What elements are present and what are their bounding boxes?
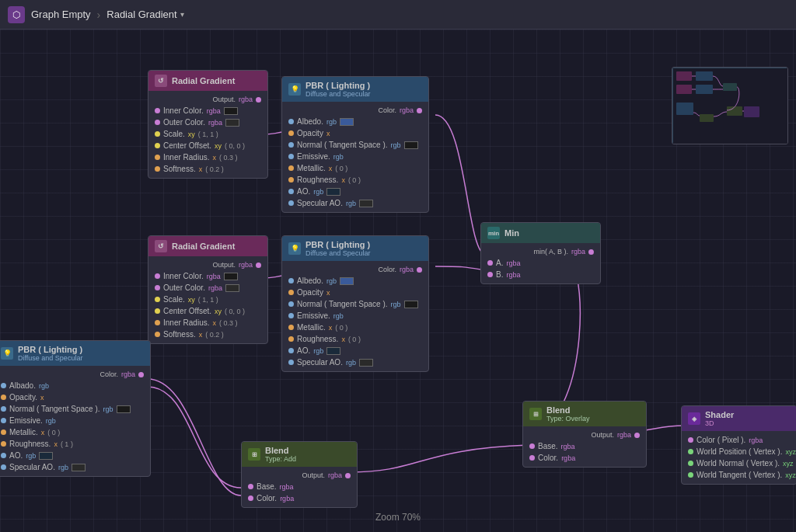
pbr3-albedo: Albado.rgb bbox=[0, 380, 150, 391]
radial2-output: Output.rgba bbox=[148, 259, 267, 270]
chevron-down-icon: ▾ bbox=[180, 10, 184, 19]
blend1-base: Base.rgba bbox=[523, 440, 646, 452]
pbr2-specular-ao: Specular AO.rgb bbox=[282, 356, 428, 368]
blend-overlay-node: ⊞ Blend Type: Overlay Output.rgba Base.r… bbox=[522, 401, 647, 468]
radial-gradient-node-1: ↺ Radial Gradient Output.rgba Inner Colo… bbox=[148, 70, 268, 179]
pbr2-emissive: Emissive.rgb bbox=[282, 310, 428, 322]
pbr1-header: 💡 PBR ( Lighting ) Diffuse and Specular bbox=[282, 77, 428, 102]
shader-world-normal: World Normal ( Vertex ).xyz bbox=[682, 457, 796, 469]
radial2-scale: Scale.xy( 1, 1 ) bbox=[148, 294, 267, 305]
graph-empty-label: Graph Empty bbox=[31, 9, 91, 20]
minimap[interactable] bbox=[672, 67, 788, 144]
pbr3-normal: Normal ( Tangent Space ).rgb bbox=[0, 403, 150, 415]
svg-rect-5 bbox=[676, 103, 693, 115]
svg-rect-9 bbox=[744, 106, 759, 117]
blend1-color: Color.rgba bbox=[523, 452, 646, 464]
svg-rect-4 bbox=[696, 85, 713, 94]
radial-gradient-node-2: ↺ Radial Gradient Output.rgba Inner Colo… bbox=[148, 235, 268, 344]
blend2-header: ⊞ Blend Type: Add bbox=[242, 442, 357, 467]
pbr2-albedo: Albedo.rgb bbox=[282, 275, 428, 287]
radial2-softness: Softness.x( 0.2 ) bbox=[148, 329, 267, 340]
pbr1-roughness: Roughness.x( 0 ) bbox=[282, 174, 428, 186]
pbr1-normal: Normal ( Tangent Space ).rgb bbox=[282, 139, 428, 151]
min-output: min( A, B ).rgba bbox=[481, 246, 600, 257]
svg-rect-1 bbox=[676, 71, 692, 81]
pbr-icon: 💡 bbox=[288, 83, 301, 96]
shader-world-pos: World Position ( Vertex ).xyz bbox=[682, 446, 796, 457]
pbr2-color-output: Color.rgba bbox=[282, 264, 428, 275]
pbr3-header: 💡 PBR ( Lighting ) Diffuse and Specular bbox=[0, 341, 150, 366]
pbr1-color-output: Color.rgba bbox=[282, 105, 428, 116]
radial-gradient-icon: ↺ bbox=[155, 75, 167, 87]
zoom-label: Zoom 70% bbox=[375, 512, 421, 523]
pbr3-opacity: Opacity.x bbox=[0, 391, 150, 403]
pbr3-ao: AO.rgb bbox=[0, 450, 150, 461]
pbr2-icon: 💡 bbox=[288, 242, 301, 255]
minimap-content bbox=[672, 68, 788, 144]
radial2-inner-radius: Inner Radius.x( 0.3 ) bbox=[148, 317, 267, 329]
pbr1-emissive: Emissive.rgb bbox=[282, 151, 428, 162]
blend1-output: Output.rgba bbox=[523, 429, 646, 440]
min-b: B.rgba bbox=[481, 269, 600, 280]
pbr1-specular-ao: Specular AO.rgb bbox=[282, 197, 428, 209]
pbr1-albedo: Albedo.rgb bbox=[282, 116, 428, 127]
pbr2-roughness: Roughness.x( 0 ) bbox=[282, 333, 428, 345]
shader-header: ◈ Shader 3D bbox=[682, 406, 796, 431]
pbr3-color-output: Color.rgba bbox=[0, 369, 150, 380]
blend-add-node: ⊞ Blend Type: Add Output.rgba Base.rgba … bbox=[241, 441, 358, 508]
pbr3-emissive: Emissive.rgb bbox=[0, 415, 150, 426]
topbar: ⬡ Graph Empty › Radial Gradient ▾ bbox=[0, 0, 796, 30]
pbr3-icon: 💡 bbox=[1, 347, 13, 360]
pbr-lighting-node-1: 💡 PBR ( Lighting ) Diffuse and Specular … bbox=[281, 76, 429, 213]
radial1-center-offset: Center Offset.xy( 0, 0 ) bbox=[148, 140, 267, 151]
pbr1-metallic: Metallic.x( 0 ) bbox=[282, 162, 428, 174]
breadcrumb-separator: › bbox=[97, 9, 101, 21]
svg-rect-2 bbox=[696, 71, 713, 81]
pbr3-specular-ao: Specular AO.rgb bbox=[0, 461, 150, 473]
min-node: min Min min( A, B ).rgba A.rgba B.rgba bbox=[480, 222, 601, 284]
shader-world-tangent: World Tangent ( Vertex ).xyz bbox=[682, 469, 796, 481]
radial1-output: Output.rgba bbox=[148, 94, 267, 105]
shader-3d-node: ◈ Shader 3D Color ( Pixel ).rgba World P… bbox=[681, 405, 796, 485]
pbr3-roughness: Roughness.x( 1 ) bbox=[0, 438, 150, 450]
svg-rect-8 bbox=[700, 114, 714, 122]
pbr3-metallic: Metallic.x( 0 ) bbox=[0, 426, 150, 438]
shader-icon: ◈ bbox=[688, 412, 700, 425]
svg-rect-6 bbox=[723, 83, 737, 91]
pbr2-header: 💡 PBR ( Lighting ) Diffuse and Specular bbox=[282, 236, 428, 261]
radial2-inner-color: Inner Color.rgba bbox=[148, 270, 267, 282]
blend1-icon: ⊞ bbox=[529, 408, 542, 420]
svg-rect-3 bbox=[676, 85, 692, 94]
radial1-inner-color: Inner Color.rgba bbox=[148, 105, 267, 116]
svg-rect-7 bbox=[727, 106, 742, 116]
node-graph-canvas[interactable]: ↺ Radial Gradient Output.rgba Inner Colo… bbox=[0, 30, 796, 532]
min-a: A.rgba bbox=[481, 257, 600, 269]
blend2-base: Base.rgba bbox=[242, 481, 357, 492]
radial-gradient-1-header: ↺ Radial Gradient bbox=[148, 71, 267, 91]
pbr1-ao: AO.rgb bbox=[282, 186, 428, 197]
pbr-lighting-node-3: 💡 PBR ( Lighting ) Diffuse and Specular … bbox=[0, 340, 151, 477]
radial2-outer-color: Outer Color.rgba bbox=[148, 282, 267, 294]
radial2-center-offset: Center Offset.xy( 0, 0 ) bbox=[148, 305, 267, 317]
pbr1-opacity: Opacityx bbox=[282, 127, 428, 139]
min-header: min Min bbox=[481, 223, 600, 243]
radial1-inner-radius: Inner Radius.x( 0.3 ) bbox=[148, 151, 267, 163]
blend2-color: Color.rgba bbox=[242, 492, 357, 504]
blend1-header: ⊞ Blend Type: Overlay bbox=[523, 402, 646, 426]
radial-gradient-dropdown[interactable]: Radial Gradient ▾ bbox=[106, 9, 183, 20]
radial-gradient-2-header: ↺ Radial Gradient bbox=[148, 236, 267, 256]
radial-gradient-2-icon: ↺ bbox=[155, 240, 167, 252]
min-icon: min bbox=[487, 227, 500, 239]
pbr2-opacity: Opacityx bbox=[282, 287, 428, 298]
pbr2-ao: AO.rgb bbox=[282, 345, 428, 356]
shader-color-pixel: Color ( Pixel ).rgba bbox=[682, 434, 796, 446]
radial1-outer-color: Outer Color.rgba bbox=[148, 116, 267, 128]
pbr-lighting-node-2: 💡 PBR ( Lighting ) Diffuse and Specular … bbox=[281, 235, 429, 372]
radial1-scale: Scale.xy( 1, 1 ) bbox=[148, 128, 267, 140]
app-icon: ⬡ bbox=[8, 6, 25, 23]
pbr2-normal: Normal ( Tangent Space ).rgb bbox=[282, 298, 428, 310]
blend2-output: Output.rgba bbox=[242, 470, 357, 481]
pbr2-metallic: Metallic.x( 0 ) bbox=[282, 322, 428, 333]
blend2-icon: ⊞ bbox=[248, 448, 260, 461]
radial1-softness: Softness.x( 0.2 ) bbox=[148, 163, 267, 175]
